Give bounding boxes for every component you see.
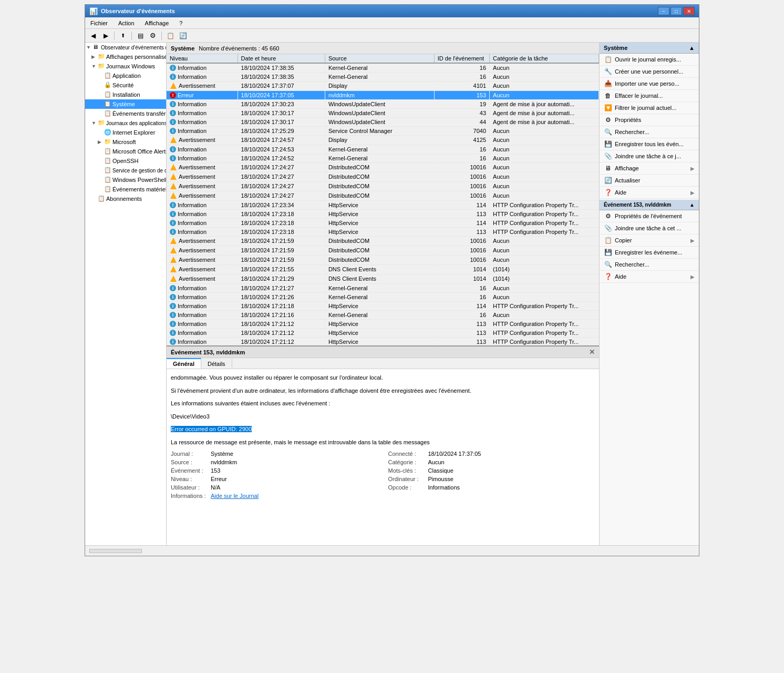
action-attach-task[interactable]: 📎 Joindre une tâche à ce j... [600,150,699,162]
col-date[interactable]: Date et heure [238,54,325,63]
back-button[interactable]: ◀ [87,30,99,41]
sidebar-item-microsoft[interactable]: ▶ 📁 Microsoft [85,137,166,147]
action-help-system[interactable]: ❓ Aide ▶ [600,187,699,199]
table-row[interactable]: iInformation 18/10/2024 17:30:17 Windows… [167,117,599,126]
action-properties[interactable]: ⚙ Propriétés [600,114,699,126]
cell-id: 7040 [434,126,489,135]
sidebar-item-installation[interactable]: 📋 Installation [85,90,166,99]
table-row[interactable]: iInformation 18/10/2024 17:38:35 Kernel-… [167,63,599,72]
expand-icon-ie [98,130,104,135]
table-row[interactable]: iInformation 18/10/2024 17:25:29 Service… [167,126,599,135]
tab-details[interactable]: Détails [201,358,232,369]
table-row[interactable]: Avertissement 18/10/2024 17:21:59 Distri… [167,236,599,246]
action-import-view[interactable]: 📥 Importer une vue perso... [600,78,699,90]
action-copy[interactable]: 📋 Copier ▶ [600,234,699,247]
table-row[interactable]: iInformation 18/10/2024 17:21:12 HttpSer… [167,328,599,337]
table-row[interactable]: Avertissement 18/10/2024 17:21:55 DNS Cl… [167,264,599,274]
scrollbar-thumb[interactable] [89,549,142,553]
table-row[interactable]: iInformation 18/10/2024 17:30:17 Windows… [167,108,599,117]
show-hide-button[interactable]: ▤ [135,30,146,41]
sidebar-item-office[interactable]: 📋 Microsoft Office Alerts [85,147,166,156]
table-row[interactable]: Avertissement 18/10/2024 17:24:27 Distri… [167,181,599,191]
table-row[interactable]: iInformation 18/10/2024 17:21:16 Kernel-… [167,310,599,319]
new-log-button[interactable]: 📋 [164,30,176,41]
sidebar-item-ie[interactable]: 🌐 Internet Explorer [85,128,166,137]
table-row[interactable]: iInformation 18/10/2024 17:21:27 Kernel-… [167,283,599,292]
restore-button[interactable]: □ [670,7,682,15]
sidebar-item-keymgmt[interactable]: 📋 Service de gestion de clé... [85,166,166,175]
action-open-log[interactable]: 📋 Ouvrir le journal enregis... [600,54,699,66]
sidebar-item-system[interactable]: 📋 Système [85,99,166,109]
table-row[interactable]: Avertissement 18/10/2024 17:21:59 Distri… [167,246,599,255]
menu-help[interactable]: ? [176,19,185,27]
sidebar-item-application[interactable]: 📋 Application [85,71,166,80]
info-level-icon: i [170,202,176,208]
forward-button[interactable]: ▶ [100,30,111,41]
col-level[interactable]: Niveau [167,54,238,63]
table-row[interactable]: iInformation 18/10/2024 17:21:12 HttpSer… [167,319,599,328]
minimize-button[interactable]: − [658,7,669,15]
sidebar-item-custom-views[interactable]: ▶ 📁 Affichages personnalisés [85,52,166,62]
sidebar-item-security-label: Sécurité [112,82,133,88]
sidebar-item-root[interactable]: ▼ 🖥 Observateur d'événements (Loc... [85,43,166,52]
sidebar-item-openssh[interactable]: 📋 OpenSSH [85,156,166,166]
table-row[interactable]: iInformation 18/10/2024 17:30:23 Windows… [167,99,599,108]
table-row[interactable]: iInformation 18/10/2024 17:21:18 HttpSer… [167,301,599,310]
table-row[interactable]: iInformation 18/10/2024 17:23:18 HttpSer… [167,209,599,218]
cell-source: Kernel-General [325,154,434,162]
refresh-button[interactable]: 🔄 [177,30,189,41]
sidebar-item-app-logs[interactable]: ▼ 📁 Journaux des applications et ... [85,118,166,128]
table-row[interactable]: Avertissement 18/10/2024 17:24:27 Distri… [167,172,599,181]
action-save-event[interactable]: 💾 Enregistrer les événeme... [600,247,699,259]
sidebar-item-events-transferred[interactable]: 📋 Événements transférés [85,109,166,118]
sidebar-item-hardware[interactable]: 📋 Événements matériels [85,185,166,194]
action-clear-log[interactable]: 🗑 Effacer le journal... [600,90,699,102]
menu-action[interactable]: Action [115,19,138,27]
tab-general[interactable]: Général [167,358,201,369]
cell-id: 16 [434,283,489,292]
sidebar-item-subscriptions[interactable]: 📋 Abonnements [85,194,166,203]
menu-affichage[interactable]: Affichage [142,19,172,27]
detail-close-button[interactable]: ✕ [589,348,595,356]
table-row[interactable]: iInformation 18/10/2024 17:21:26 Kernel-… [167,292,599,301]
action-event-properties[interactable]: ⚙ Propriétés de l'événement [600,210,699,222]
action-attach-task-event[interactable]: 📎 Joindre une tâche à cet ... [600,222,699,234]
sidebar-item-security[interactable]: 🔒 Sécurité [85,80,166,90]
table-row[interactable]: Avertissement 18/10/2024 17:37:07 Displa… [167,81,599,90]
computer-value: Pimousse [428,476,453,482]
table-row[interactable]: iInformation 18/10/2024 17:23:18 HttpSer… [167,218,599,227]
action-search-event[interactable]: 🔍 Rechercher... [600,259,699,271]
action-filter-log[interactable]: 🔽 Filtrer le journal actuel... [600,102,699,114]
table-row[interactable]: Avertissement 18/10/2024 17:24:57 Displa… [167,135,599,145]
action-create-view[interactable]: 🔧 Créer une vue personnel... [600,66,699,78]
table-row[interactable]: Avertissement 18/10/2024 17:24:27 Distri… [167,191,599,200]
sidebar-item-powershell[interactable]: 📋 Windows PowerShell [85,175,166,185]
action-view[interactable]: 🖥 Affichage ▶ [600,162,699,175]
col-source[interactable]: Source [325,54,434,63]
action-search[interactable]: 🔍 Rechercher... [600,126,699,138]
table-row[interactable]: iInformation 18/10/2024 17:24:53 Kernel-… [167,145,599,154]
info-link[interactable]: Aide sur le Journal [211,493,259,499]
table-row[interactable]: iInformation 18/10/2024 17:24:52 Kernel-… [167,154,599,162]
col-id[interactable]: ID de l'événement [434,54,489,63]
sidebar-item-windows-logs[interactable]: ▼ 📁 Journaux Windows [85,62,166,71]
cell-id: 10016 [434,236,489,246]
table-row[interactable]: iInformation 18/10/2024 17:23:34 HttpSer… [167,200,599,209]
table-row[interactable]: Avertissement 18/10/2024 17:24:27 Distri… [167,162,599,172]
menu-fichier[interactable]: Fichier [87,19,111,27]
action-refresh[interactable]: 🔄 Actualiser [600,175,699,187]
cell-date: 18/10/2024 17:21:26 [238,292,325,301]
action-help-event[interactable]: ❓ Aide ▶ [600,271,699,283]
table-row[interactable]: Avertissement 18/10/2024 17:21:29 DNS Cl… [167,274,599,283]
table-row[interactable]: iInformation 18/10/2024 17:23:18 HttpSer… [167,227,599,236]
action-save-all[interactable]: 💾 Enregistrer tous les évén... [600,138,699,150]
properties-button[interactable]: ⚙ [147,30,159,41]
events-table-container[interactable]: Niveau Date et heure Source ID de l'évén… [167,54,599,345]
up-button[interactable]: ⬆ [117,30,129,41]
close-button[interactable]: ✕ [683,7,695,15]
table-row[interactable]: Avertissement 18/10/2024 17:21:59 Distri… [167,255,599,264]
table-row[interactable]: iInformation 18/10/2024 17:38:35 Kernel-… [167,72,599,81]
table-row[interactable]: !Erreur 18/10/2024 17:37:05 nvlddmkm 153… [167,90,599,99]
table-row[interactable]: iInformation 18/10/2024 17:21:12 HttpSer… [167,337,599,345]
col-category[interactable]: Catégorie de la tâche [490,54,599,63]
